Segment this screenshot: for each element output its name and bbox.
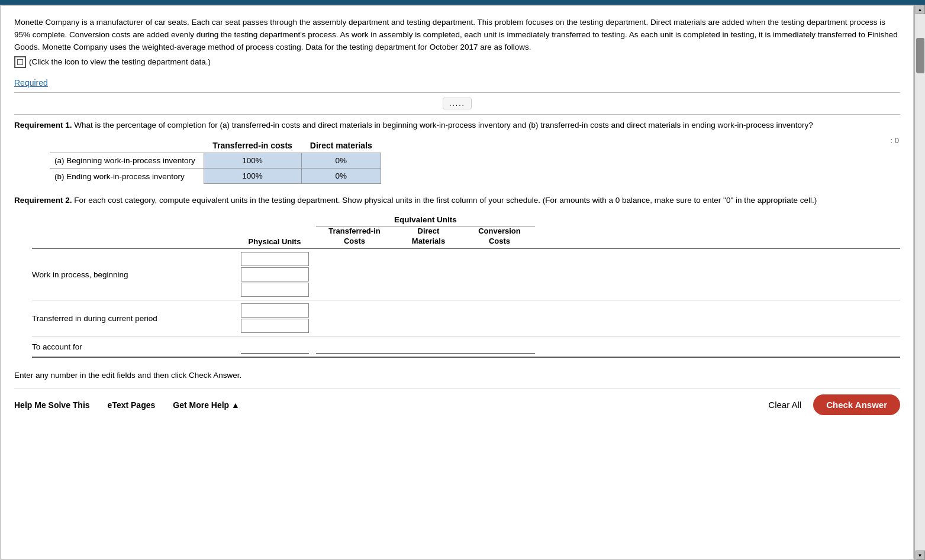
- equiv-units-label: Equivalent Units: [316, 215, 535, 226]
- row-wip-beginning: Work in process, beginning: [32, 249, 900, 300]
- row-to-account-for: To account for: [32, 336, 900, 358]
- intro-paragraph: Monette Company is a manufacturer of car…: [14, 17, 900, 72]
- req1-table: Transferred-in costs Direct materials (a…: [50, 138, 381, 184]
- req1-text: Requirement 1. What is the percentage of…: [14, 119, 900, 131]
- divider: [14, 92, 900, 93]
- content-area: Monette Company is a manufacturer of car…: [0, 5, 914, 560]
- row-a-transferred-in: 100%: [204, 153, 301, 169]
- req1-title: Requirement 1.: [14, 121, 72, 130]
- scroll-down-button[interactable]: ▼: [916, 551, 925, 560]
- to-account-trans-value: [316, 339, 393, 354]
- check-answer-button[interactable]: Check Answer: [813, 394, 900, 415]
- row-transferred-in: Transferred in during current period: [32, 300, 900, 336]
- enter-note: Enter any number in the edit fields and …: [14, 371, 900, 380]
- req2-text: Requirement 2. For each cost category, c…: [14, 195, 900, 206]
- col-direct-mat: DirectMaterials: [393, 226, 464, 247]
- row-b-direct-materials: 0%: [301, 169, 381, 184]
- intro-text: Monette Company is a manufacturer of car…: [14, 18, 898, 51]
- scrollbar: ▲ ▼: [914, 5, 925, 560]
- col-conversion: ConversionCosts: [464, 226, 535, 247]
- req1-title-text: What is the percentage of completion for…: [72, 121, 813, 130]
- to-account-phys-value: [241, 339, 309, 354]
- bottom-left-buttons: Help Me Solve This eText Pages Get More …: [14, 400, 240, 410]
- grid-icon: (Click the icon to view the testing depa…: [14, 56, 211, 69]
- scroll-up-button[interactable]: ▲: [916, 5, 925, 14]
- row-label-b: (b) Ending work-in-process inventory: [50, 169, 204, 184]
- right-counter: : 0: [891, 136, 899, 145]
- bottom-bar: Help Me Solve This eText Pages Get More …: [14, 388, 900, 420]
- col-header-direct-materials: Direct materials: [301, 138, 381, 153]
- wip-beg-phys-input-1[interactable]: [241, 252, 309, 266]
- row-a-direct-materials: 0%: [301, 153, 381, 169]
- help-me-solve-button[interactable]: Help Me Solve This: [14, 400, 90, 410]
- row-transferred-in-label: Transferred in during current period: [32, 314, 233, 323]
- row-to-account-for-label: To account for: [32, 342, 233, 351]
- table-row: (b) Ending work-in-process inventory 100…: [50, 169, 381, 184]
- top-bar: [0, 0, 925, 5]
- clear-all-button[interactable]: Clear All: [768, 400, 801, 410]
- to-account-direct-value: [393, 339, 464, 354]
- dots-button[interactable]: .....: [443, 98, 472, 109]
- scrollbar-track[interactable]: [916, 14, 925, 551]
- row-label-a: (a) Beginning work-in-process inventory: [50, 153, 204, 169]
- req2-title-text: For each cost category, compute equivale…: [72, 196, 817, 205]
- trans-phys-input-2[interactable]: [241, 319, 309, 333]
- divider2: [14, 114, 900, 115]
- wip-beg-phys-input-3[interactable]: [241, 283, 309, 297]
- row-b-transferred-in: 100%: [204, 169, 301, 184]
- to-account-conv-value: [464, 339, 535, 354]
- col-physical-units: Physical Units: [233, 237, 316, 246]
- col-header-transferred-in: Transferred-in costs: [204, 138, 301, 153]
- row-wip-beginning-label: Work in process, beginning: [32, 270, 233, 279]
- click-icon-text: (Click the icon to view the testing depa…: [29, 56, 211, 69]
- etext-pages-button[interactable]: eText Pages: [108, 400, 156, 410]
- scrollbar-thumb[interactable]: [916, 38, 924, 73]
- table-row: (a) Beginning work-in-process inventory …: [50, 153, 381, 169]
- physical-units-label: Physical Units: [249, 237, 301, 246]
- col-trans-in: Transferred-inCosts: [316, 226, 393, 247]
- get-more-help-button[interactable]: Get More Help ▲: [173, 400, 240, 410]
- wip-beg-phys-input-2[interactable]: [241, 267, 309, 281]
- required-link[interactable]: Required: [14, 78, 900, 88]
- dots-container: .....: [14, 98, 900, 109]
- bottom-right-buttons: Clear All Check Answer: [768, 394, 900, 415]
- trans-phys-input-1[interactable]: [241, 303, 309, 318]
- req2-title: Requirement 2.: [14, 196, 72, 205]
